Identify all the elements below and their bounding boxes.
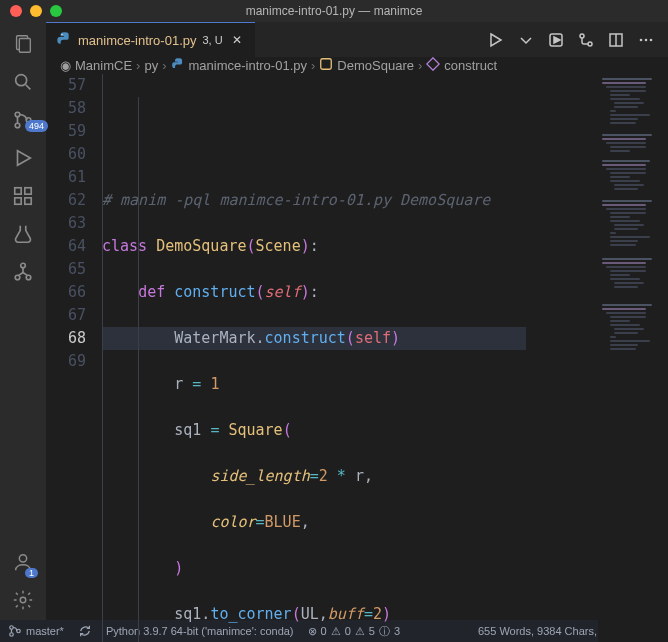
code-token: ( — [256, 283, 265, 301]
titlebar: manimce-intro-01.py — manimce — [0, 0, 668, 22]
code-token: color — [210, 513, 255, 531]
code-token: construct — [265, 329, 346, 347]
svg-rect-29 — [427, 58, 439, 70]
svg-point-16 — [20, 597, 26, 603]
window-title: manimce-intro-01.py — manimce — [246, 4, 423, 18]
zoom-window-icon[interactable] — [50, 5, 62, 17]
code-token: = — [192, 375, 201, 393]
extensions-icon[interactable] — [11, 184, 35, 208]
settings-gear-icon[interactable] — [11, 588, 35, 612]
diff-icon[interactable] — [578, 32, 594, 48]
svg-rect-10 — [25, 198, 31, 204]
tab-file[interactable]: manimce-intro-01.py 3, U ✕ — [46, 22, 255, 57]
tab-filename: manimce-intro-01.py — [78, 33, 197, 48]
chevron-down-icon[interactable] — [518, 32, 534, 48]
svg-point-30 — [10, 626, 14, 630]
code-token: buff — [328, 605, 364, 623]
svg-rect-8 — [15, 188, 21, 194]
code-token: self — [265, 283, 301, 301]
chevron-right-icon: › — [311, 58, 315, 73]
svg-point-15 — [19, 555, 26, 562]
svg-marker-18 — [491, 34, 501, 46]
testing-icon[interactable] — [11, 222, 35, 246]
code-token: ) — [391, 329, 400, 347]
svg-marker-7 — [18, 151, 31, 166]
code-token: sq1 — [174, 421, 201, 439]
source-control-icon[interactable]: 494 — [11, 108, 35, 132]
accounts-icon[interactable]: 1 — [11, 550, 35, 574]
svg-point-5 — [15, 123, 20, 128]
code-token: ( — [283, 421, 292, 439]
code-token: . — [256, 329, 265, 347]
accounts-badge: 1 — [25, 568, 38, 578]
svg-line-3 — [26, 85, 31, 90]
crumb-home-icon: ◉ — [60, 58, 71, 73]
code-token: WaterMark — [174, 329, 255, 347]
svg-point-2 — [16, 75, 27, 86]
code-token: , — [319, 605, 328, 623]
code-token: 1 — [210, 375, 219, 393]
close-window-icon[interactable] — [10, 5, 22, 17]
code-token: ) — [382, 605, 391, 623]
svg-point-4 — [15, 112, 20, 117]
breadcrumb[interactable]: ◉ ManimCE › py › manimce-intro-01.py › D… — [46, 57, 668, 74]
split-editor-icon[interactable] — [608, 32, 624, 48]
minimize-window-icon[interactable] — [30, 5, 42, 17]
crumb-folder[interactable]: py — [144, 58, 158, 73]
svg-point-27 — [650, 38, 653, 41]
editor-actions — [488, 32, 668, 48]
scm-badge: 494 — [25, 120, 48, 132]
svg-rect-9 — [15, 198, 21, 204]
code-token: DemoSquare — [156, 237, 246, 255]
crumb-method[interactable]: construct — [444, 58, 497, 73]
code-token: = — [364, 605, 373, 623]
crumb-folder[interactable]: ManimCE — [75, 58, 132, 73]
code-token: def — [138, 283, 165, 301]
code-token: ) — [174, 559, 183, 577]
code-token: construct — [174, 283, 255, 301]
class-symbol-icon — [319, 57, 333, 74]
code-token: sq1 — [174, 605, 201, 623]
code-token: Square — [228, 421, 282, 439]
code-token: r — [174, 375, 183, 393]
code-token: self — [355, 329, 391, 347]
code-token: ) — [301, 237, 310, 255]
code-token: : — [310, 283, 319, 301]
code-token: side_length — [210, 467, 309, 485]
code-area[interactable]: # manim -pql manimce-intro-01.py DemoSqu… — [102, 74, 598, 642]
svg-point-25 — [640, 38, 643, 41]
code-token: to_corner — [210, 605, 291, 623]
remote-tree-icon[interactable] — [11, 260, 35, 284]
gutter: 57 58 59 60 61 62 63 64 65 66 67 68 69 — [46, 74, 102, 642]
code-token: = — [210, 421, 219, 439]
svg-point-21 — [580, 34, 584, 38]
tab-close-icon[interactable]: ✕ — [229, 33, 245, 47]
code-token: = — [310, 467, 319, 485]
run-cell-icon[interactable] — [548, 32, 564, 48]
crumb-class[interactable]: DemoSquare — [337, 58, 414, 73]
run-file-icon[interactable] — [488, 32, 504, 48]
code-token: ) — [301, 283, 310, 301]
svg-point-31 — [10, 633, 14, 637]
tab-modified-state: 3, U — [203, 34, 223, 46]
code-token: , — [364, 467, 373, 485]
run-debug-icon[interactable] — [11, 146, 35, 170]
svg-point-26 — [645, 38, 648, 41]
explorer-icon[interactable] — [11, 32, 35, 56]
svg-marker-20 — [554, 37, 560, 43]
editor[interactable]: 57 58 59 60 61 62 63 64 65 66 67 68 69 — [46, 74, 668, 642]
python-file-icon — [56, 31, 72, 50]
code-token: UL — [301, 605, 319, 623]
more-actions-icon[interactable] — [638, 32, 654, 48]
search-icon[interactable] — [11, 70, 35, 94]
code-token: * — [337, 467, 346, 485]
code-token: = — [256, 513, 265, 531]
code-token: ( — [247, 237, 256, 255]
editor-tabs: manimce-intro-01.py 3, U ✕ — [46, 22, 668, 57]
code-token: class — [102, 237, 147, 255]
minimap[interactable] — [598, 74, 668, 642]
svg-rect-28 — [321, 59, 332, 70]
traffic-lights — [10, 5, 62, 17]
code-token: 2 — [373, 605, 382, 623]
crumb-file[interactable]: manimce-intro-01.py — [189, 58, 308, 73]
